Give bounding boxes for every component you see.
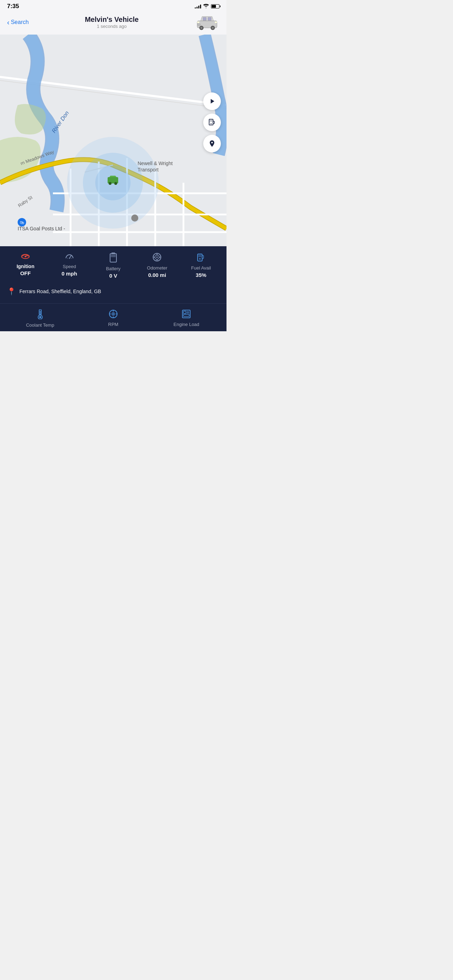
stat-fuel: Fuel Avail 35%: [179, 253, 223, 278]
location-address: Ferrars Road, Sheffield, England, GB: [19, 289, 101, 294]
engine-load-icon: [182, 309, 191, 320]
svg-point-4: [200, 27, 202, 29]
svg-point-51: [159, 257, 161, 258]
location-row: 📍 Ferrars Road, Sheffield, England, GB: [3, 284, 223, 298]
svg-rect-7: [197, 22, 199, 23]
svg-point-47: [156, 256, 158, 258]
svg-rect-68: [183, 314, 189, 317]
chevron-left-icon: ‹: [7, 19, 10, 26]
battery-icon: [211, 4, 219, 8]
svg-rect-66: [183, 311, 186, 313]
stat-ignition: Ignition OFF: [3, 253, 47, 276]
battery-stat-icon: [110, 253, 117, 264]
rpm-label: RPM: [108, 322, 119, 327]
signal-icon: [195, 4, 201, 8]
svg-point-48: [157, 254, 158, 255]
map-area[interactable]: River Don rn Meadows Way Raby St Newell …: [0, 35, 227, 246]
stats-panel: Ignition OFF Speed 0 mph: [0, 246, 227, 303]
svg-rect-67: [187, 311, 189, 313]
back-button[interactable]: ‹ Search: [7, 19, 29, 26]
svg-point-49: [157, 259, 158, 261]
svg-point-57: [39, 316, 41, 318]
status-icons: [195, 3, 219, 9]
svg-text:ITSA Goal Posts Ltd -: ITSA Goal Posts Ltd -: [17, 226, 65, 231]
odometer-value: 0.00 mi: [148, 272, 166, 278]
back-label: Search: [11, 19, 29, 25]
svg-text:Transport: Transport: [138, 167, 159, 172]
svg-text:🛍: 🛍: [20, 220, 24, 225]
svg-rect-2: [208, 17, 211, 21]
svg-rect-44: [111, 255, 116, 257]
stats-panel-2: Coolant Temp RPM Engine Loa: [0, 303, 227, 331]
svg-point-6: [212, 27, 214, 29]
fuel-finder-button[interactable]: [203, 114, 221, 131]
engine-load-label: Engine Load: [173, 322, 199, 327]
stat-battery: Battery 0 V: [91, 253, 135, 279]
svg-rect-9: [197, 24, 200, 26]
last-seen: 1 seconds ago: [29, 24, 195, 29]
svg-rect-1: [203, 17, 207, 21]
ignition-icon: [21, 253, 30, 262]
speed-icon: [65, 253, 74, 262]
ignition-label: Ignition: [17, 263, 35, 269]
speed-value: 0 mph: [62, 270, 77, 277]
fuel-icon: [197, 253, 205, 264]
svg-point-26: [114, 182, 117, 185]
car-icon: [195, 13, 219, 31]
status-bar: 7:35: [0, 0, 227, 11]
stat-speed: Speed 0 mph: [47, 253, 91, 277]
locate-button[interactable]: [203, 135, 221, 153]
location-pin-icon: 📍: [7, 287, 16, 296]
map-action-buttons: [203, 92, 221, 153]
svg-point-25: [109, 182, 111, 185]
fuel-value: 35%: [196, 272, 207, 278]
fuel-label: Fuel Avail: [191, 265, 211, 271]
stat-coolant: Coolant Temp: [3, 309, 76, 328]
odometer-icon: [153, 253, 162, 264]
ignition-value: OFF: [20, 270, 31, 276]
odometer-label: Odometer: [147, 265, 168, 271]
battery-label: Battery: [106, 266, 120, 272]
svg-text:Newell & Wright: Newell & Wright: [138, 161, 173, 166]
svg-rect-37: [210, 120, 212, 122]
stat-engine-load: Engine Load: [150, 309, 223, 328]
battery-value: 0 V: [110, 273, 118, 279]
svg-rect-53: [198, 255, 202, 257]
speed-label: Speed: [63, 264, 76, 270]
rpm-icon: [109, 309, 118, 320]
status-time: 7:35: [7, 3, 19, 10]
map-svg: River Don rn Meadows Way Raby St Newell …: [0, 35, 227, 246]
svg-rect-8: [215, 22, 217, 23]
coolant-label: Coolant Temp: [26, 323, 54, 328]
play-route-button[interactable]: [203, 92, 221, 110]
wifi-icon: [203, 3, 209, 9]
coolant-icon: [37, 309, 44, 321]
nav-center: Melvin's Vehicle 1 seconds ago: [29, 16, 195, 29]
stats-row: Ignition OFF Speed 0 mph: [3, 253, 223, 279]
svg-point-64: [113, 313, 114, 315]
page-title: Melvin's Vehicle: [29, 16, 195, 24]
svg-point-50: [154, 257, 155, 258]
stat-rpm: RPM: [76, 309, 149, 328]
stat-odometer: Odometer 0.00 mi: [135, 253, 179, 278]
nav-bar: ‹ Search Melvin's Vehicle 1 seconds ago: [0, 11, 227, 35]
